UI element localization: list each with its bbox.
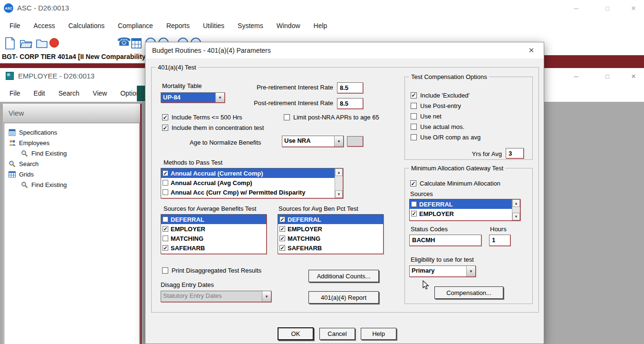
item-checkbox[interactable] — [163, 245, 168, 251]
maximize-button[interactable]: □ — [597, 0, 618, 16]
scrollbar[interactable]: ▲ ▼ — [512, 199, 520, 220]
item-checkbox[interactable] — [163, 226, 168, 232]
item-checkbox[interactable] — [279, 236, 285, 241]
scroll-down-icon[interactable]: ▼ — [512, 213, 520, 220]
record-icon[interactable] — [49, 38, 59, 48]
phone-icon[interactable]: ☎ — [117, 36, 131, 48]
item-checkbox[interactable] — [279, 245, 285, 251]
open-folder-icon[interactable] — [20, 38, 32, 50]
dialog-close-icon[interactable]: ✕ — [527, 46, 536, 55]
chevron-down-icon[interactable]: ▼ — [215, 93, 224, 102]
item-checkbox[interactable] — [279, 226, 285, 232]
item-checkbox[interactable] — [163, 180, 168, 186]
list-item[interactable]: Annual Acc (Curr Cmp) w/ Permitted Dispa… — [161, 187, 335, 197]
maximize-button[interactable]: □ — [597, 68, 618, 84]
list-item[interactable]: SAFEHARB — [278, 243, 383, 253]
search-icon — [20, 181, 29, 188]
option-checkbox[interactable]: Use Post-entry — [411, 100, 481, 111]
sources-avg-ben-pct-listbox[interactable]: DEFERRALEMPLOYERMATCHINGSAFEHARB — [278, 214, 384, 254]
mortality-table-select[interactable]: UP-84 ▼ — [161, 92, 225, 103]
list-item[interactable]: DEFERRAL — [278, 215, 383, 224]
tree-item[interactable]: Find Existing — [4, 179, 139, 190]
menu-item[interactable]: Reports — [160, 17, 196, 34]
scroll-up-icon[interactable]: ▲ — [335, 168, 343, 176]
list-item[interactable]: EMPLOYER — [161, 224, 266, 234]
close-button[interactable]: ✕ — [623, 0, 644, 16]
menu-item[interactable]: Calculations — [62, 17, 111, 34]
dialog-titlebar[interactable]: Budget Routines - 401(a)(4) Parameters — [145, 42, 544, 59]
pre-retirement-rate-input[interactable]: 8.5 — [337, 82, 363, 93]
ok-button[interactable]: OK — [278, 327, 314, 340]
chevron-down-icon[interactable]: ▼ — [334, 136, 343, 147]
menu-item[interactable]: Access — [27, 17, 62, 34]
tree-item[interactable]: Find Existing — [4, 148, 139, 158]
option-checkbox[interactable]: Use actual mos. — [411, 121, 481, 132]
menu-item[interactable]: View — [86, 85, 114, 102]
status-codes-input[interactable]: BACMH — [409, 235, 481, 246]
new-document-icon[interactable] — [5, 37, 15, 51]
list-item[interactable]: EMPLOYER — [278, 224, 383, 234]
item-checkbox[interactable] — [163, 216, 168, 222]
list-item[interactable]: Annual Accrual (Avg Comp) — [161, 178, 335, 187]
close-button[interactable]: ✕ — [623, 68, 644, 84]
item-checkbox[interactable] — [279, 216, 285, 222]
calendar-icon[interactable] — [131, 38, 142, 50]
list-item[interactable]: Annual Accrual (Current Comp) — [161, 168, 335, 178]
tree-item[interactable]: Employees — [4, 138, 139, 148]
report-button[interactable]: 401(a)(4) Report — [308, 291, 379, 304]
menu-item[interactable]: Search — [52, 85, 86, 102]
eligibility-value: Primary — [410, 266, 466, 276]
list-item[interactable]: SAFEHARB — [161, 243, 266, 253]
calc-min-allocation-checkbox[interactable]: Calculate Minimum Allocation — [410, 180, 500, 187]
tree-item[interactable]: Grids — [4, 169, 139, 179]
item-checkbox[interactable] — [411, 201, 417, 207]
include-concentration-checkbox[interactable]: Include them in concentration test — [162, 124, 264, 131]
item-checkbox[interactable] — [163, 170, 168, 176]
menu-item[interactable]: Edit — [27, 85, 52, 102]
item-checkbox[interactable] — [163, 189, 168, 195]
scroll-down-icon[interactable]: ▼ — [335, 190, 343, 198]
additional-counts-button[interactable]: Additional Counts... — [308, 270, 379, 282]
option-checkbox[interactable]: Include 'Excluded' — [411, 90, 481, 100]
cancel-button[interactable]: Cancel — [319, 328, 355, 340]
limit-post-nra-checkbox[interactable]: Limit post-NRA APRs to age 65 — [284, 114, 379, 121]
scrollbar[interactable]: ▲ ▼ — [335, 168, 343, 198]
gateway-sources-listbox[interactable]: DEFERRALEMPLOYER ▲ ▼ — [409, 199, 520, 221]
option-checkbox[interactable]: Use O/R comp as avg — [411, 132, 481, 142]
menu-item[interactable]: Systems — [231, 17, 270, 34]
menu-item[interactable]: Utilities — [196, 17, 231, 34]
tree-item[interactable]: Search — [4, 158, 139, 169]
list-item[interactable]: DEFERRAL — [410, 199, 512, 209]
menu-item[interactable]: Window — [270, 17, 307, 34]
list-item[interactable]: EMPLOYER — [410, 209, 512, 218]
mortality-table-label: Mortality Table — [162, 82, 202, 89]
menu-item[interactable]: Help — [307, 17, 334, 34]
eligibility-select[interactable]: Primary ▼ — [409, 265, 476, 277]
hours-input[interactable]: 1 — [489, 235, 510, 246]
minimize-button[interactable]: ─ — [566, 0, 586, 16]
compensation-button[interactable]: Compensation... — [434, 286, 503, 299]
menu-item[interactable]: File — [3, 85, 27, 102]
list-item[interactable]: MATCHING — [161, 234, 266, 243]
item-checkbox[interactable] — [411, 211, 417, 216]
tree-item[interactable]: Specifications — [4, 127, 139, 138]
yrs-for-avg-input[interactable]: 3 — [506, 148, 524, 158]
item-checkbox[interactable] — [163, 236, 168, 241]
sources-avg-benefits-listbox[interactable]: DEFERRALEMPLOYERMATCHINGSAFEHARB — [161, 214, 267, 254]
list-item[interactable]: DEFERRAL — [161, 215, 266, 224]
option-checkbox[interactable]: Use net — [411, 111, 481, 121]
folder-icon[interactable] — [36, 39, 48, 50]
chevron-down-icon[interactable]: ▼ — [466, 266, 475, 276]
include-terms-checkbox[interactable]: Include Terms <= 500 Hrs — [162, 114, 242, 121]
methods-listbox[interactable]: Annual Accrual (Current Comp)Annual Accr… — [161, 168, 343, 198]
help-button[interactable]: Help — [361, 328, 396, 340]
menu-item[interactable]: File — [3, 17, 27, 34]
minimize-button[interactable]: ─ — [566, 68, 586, 84]
menu-item[interactable]: Compliance — [111, 17, 160, 34]
list-item[interactable]: MATCHING — [278, 234, 383, 243]
status-codes-label: Status Codes — [411, 226, 448, 233]
age-normalize-select[interactable]: Use NRA ▼ — [282, 136, 344, 147]
print-disagg-checkbox[interactable]: Print Disaggregated Test Results — [162, 267, 261, 274]
scroll-up-icon[interactable]: ▲ — [512, 199, 520, 207]
post-retirement-rate-input[interactable]: 8.5 — [337, 98, 363, 109]
